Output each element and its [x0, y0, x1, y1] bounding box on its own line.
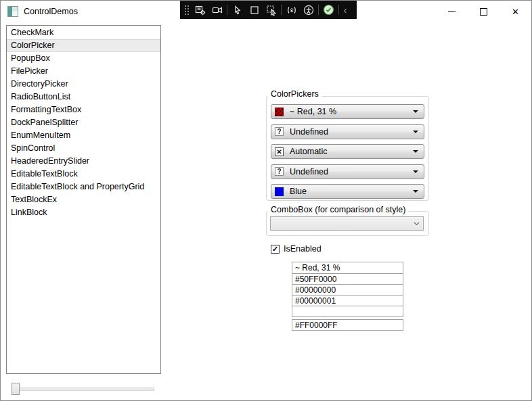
- toolbar-separator: [338, 5, 339, 15]
- sidebar-item-colorpicker[interactable]: ColorPicker: [7, 39, 160, 52]
- colorpicker-value: Undefined: [290, 167, 328, 176]
- layout-adorners-icon[interactable]: [246, 1, 263, 19]
- sidebar-item-dockpanelsplitter[interactable]: DockPanelSplitter: [7, 116, 160, 129]
- isenabled-row: ✓ IsEnabled: [271, 244, 322, 254]
- maximize-button[interactable]: [468, 1, 500, 22]
- undefined-swatch-icon: ?: [275, 127, 284, 136]
- sidebar-item-filepicker[interactable]: FilePicker: [7, 65, 160, 78]
- toolbar-separator: [281, 5, 282, 15]
- colorpicker-combo-red[interactable]: ~ Red, 31 %: [271, 104, 424, 119]
- app-icon[interactable]: [7, 6, 18, 17]
- window-title: ControlDemos: [24, 7, 78, 16]
- color-value-field[interactable]: #00000001: [292, 295, 403, 306]
- sidebar-item-radiobuttonlist[interactable]: RadioButtonList: [7, 91, 160, 103]
- colorpicker-combo-undefined-1[interactable]: ? Undefined: [271, 124, 424, 139]
- slider-thumb[interactable]: [12, 383, 20, 395]
- colorpicker-combo-blue[interactable]: Blue: [271, 184, 424, 199]
- sidebar-item-spincontrol[interactable]: SpinControl: [7, 142, 160, 155]
- vibration-icon[interactable]: [283, 1, 300, 19]
- automatic-swatch-icon: ✕: [275, 147, 284, 156]
- colorpicker-value: Blue: [290, 187, 307, 196]
- isenabled-checkbox[interactable]: ✓: [271, 245, 280, 254]
- dropdown-arrow-icon: [413, 190, 418, 193]
- combobox-group-title: ComboBox (for comparison of style): [268, 205, 408, 214]
- sidebar-item-popupbox[interactable]: PopupBox: [7, 52, 160, 65]
- sidebar-item-editabletextblock[interactable]: EditableTextBlock: [7, 168, 160, 181]
- colorpicker-list: ~ Red, 31 % ? Undefined ✕ Automatic ? Un…: [271, 104, 428, 199]
- colorpicker-value: ~ Red, 31 %: [290, 107, 336, 116]
- maximize-icon: [480, 8, 487, 16]
- debug-toolbar: ‹: [180, 1, 357, 19]
- colorpickers-group-title: ColorPickers: [268, 89, 322, 99]
- color-value-field[interactable]: #50FF0000: [292, 273, 403, 285]
- demo-listbox: CheckMark ColorPicker PopupBox FilePicke…: [6, 25, 161, 374]
- drag-grip-icon[interactable]: [184, 5, 189, 16]
- hot-reload-ok-icon[interactable]: [320, 1, 337, 19]
- sidebar-item-linkblock[interactable]: LinkBlock: [7, 206, 160, 219]
- colorpicker-value: Undefined: [290, 127, 328, 137]
- toolbar-separator: [318, 5, 319, 15]
- collapse-chevron-icon[interactable]: ‹: [340, 5, 350, 15]
- close-button[interactable]: ✕: [500, 1, 531, 22]
- isenabled-label[interactable]: IsEnabled: [284, 244, 322, 254]
- colorpicker-value: Automatic: [290, 147, 328, 156]
- colorpicker-combo-undefined-2[interactable]: ? Undefined: [271, 164, 424, 179]
- color-value-field[interactable]: ~ Red, 31 %: [292, 262, 403, 274]
- sidebar-item-textblockex[interactable]: TextBlockEx: [7, 193, 160, 206]
- sidebar-item-editabletextblock-propertygrid[interactable]: EditableTextBlock and PropertyGrid: [7, 181, 160, 193]
- app-window: ControlDemos ✕: [0, 0, 532, 401]
- sidebar-item-checkmark[interactable]: CheckMark: [7, 26, 160, 39]
- dropdown-arrow-icon: [413, 110, 418, 113]
- color-value-field[interactable]: [292, 306, 403, 317]
- close-icon: ✕: [512, 7, 519, 16]
- sidebar-item-formattingtextbox[interactable]: FormattingTextBox: [7, 103, 160, 116]
- minimize-icon: [448, 11, 456, 12]
- sidebar-item-directorypicker[interactable]: DirectoryPicker: [7, 78, 160, 91]
- color-value-field[interactable]: #00000000: [292, 284, 403, 296]
- dropdown-arrow-icon: [413, 150, 418, 153]
- track-element-icon[interactable]: [263, 1, 280, 19]
- toolbar-separator: [227, 5, 227, 15]
- minimize-button[interactable]: [436, 1, 468, 22]
- accessibility-icon[interactable]: [300, 1, 317, 19]
- undefined-swatch-icon: ?: [275, 167, 284, 176]
- slider-track[interactable]: [12, 387, 154, 391]
- inspect-element-icon[interactable]: [192, 1, 208, 19]
- select-element-icon[interactable]: [229, 1, 246, 19]
- colorpicker-combo-automatic[interactable]: ✕ Automatic: [271, 144, 424, 159]
- sidebar-item-headeredentryslider[interactable]: HeaderedEntrySlider: [7, 155, 160, 168]
- dropdown-arrow-icon: [413, 131, 418, 133]
- red-checker-swatch-icon: [275, 108, 284, 116]
- chevron-down-icon: [414, 222, 420, 226]
- record-camera-icon[interactable]: [208, 1, 225, 19]
- comparison-combobox[interactable]: [270, 216, 424, 231]
- colorpickers-groupbox: ~ Red, 31 % ? Undefined ✕ Automatic ? Un…: [266, 96, 429, 201]
- color-value-field[interactable]: #FF0000FF: [292, 319, 403, 331]
- window-controls: ✕: [436, 1, 531, 22]
- sidebar-item-enummenuitem[interactable]: EnumMenuItem: [7, 129, 160, 142]
- color-value-list: ~ Red, 31 % #50FF0000 #00000000 #0000000…: [292, 262, 403, 331]
- blue-swatch-icon: [275, 187, 284, 196]
- dropdown-arrow-icon: [413, 170, 418, 173]
